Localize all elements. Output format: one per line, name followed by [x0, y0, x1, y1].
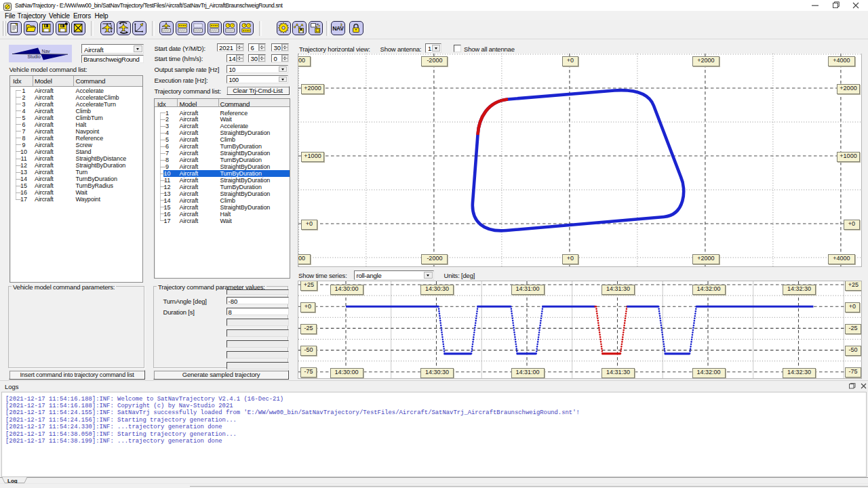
svg-text:Studio: Studio: [28, 54, 41, 59]
svg-text:NAV: NAV: [332, 25, 344, 32]
svg-text:Log: Log: [7, 477, 18, 483]
svg-text:Nav: Nav: [42, 49, 51, 54]
